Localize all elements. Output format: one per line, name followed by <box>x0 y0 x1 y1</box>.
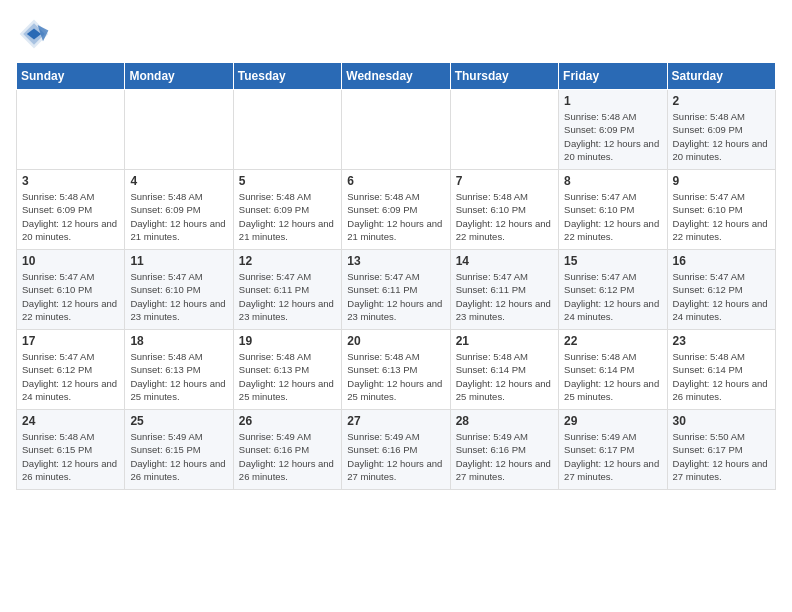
day-info: Sunrise: 5:47 AM Sunset: 6:12 PM Dayligh… <box>673 270 770 323</box>
logo-icon <box>16 16 52 52</box>
calendar-cell: 19Sunrise: 5:48 AM Sunset: 6:13 PM Dayli… <box>233 330 341 410</box>
calendar-cell: 8Sunrise: 5:47 AM Sunset: 6:10 PM Daylig… <box>559 170 667 250</box>
day-number: 15 <box>564 254 661 268</box>
day-number: 16 <box>673 254 770 268</box>
day-info: Sunrise: 5:48 AM Sunset: 6:09 PM Dayligh… <box>673 110 770 163</box>
day-info: Sunrise: 5:47 AM Sunset: 6:10 PM Dayligh… <box>22 270 119 323</box>
calendar-table: SundayMondayTuesdayWednesdayThursdayFrid… <box>16 62 776 490</box>
day-info: Sunrise: 5:47 AM Sunset: 6:11 PM Dayligh… <box>239 270 336 323</box>
day-number: 11 <box>130 254 227 268</box>
calendar-cell: 3Sunrise: 5:48 AM Sunset: 6:09 PM Daylig… <box>17 170 125 250</box>
day-number: 5 <box>239 174 336 188</box>
day-info: Sunrise: 5:47 AM Sunset: 6:10 PM Dayligh… <box>130 270 227 323</box>
calendar-cell: 18Sunrise: 5:48 AM Sunset: 6:13 PM Dayli… <box>125 330 233 410</box>
calendar-cell <box>233 90 341 170</box>
day-number: 18 <box>130 334 227 348</box>
day-info: Sunrise: 5:48 AM Sunset: 6:09 PM Dayligh… <box>564 110 661 163</box>
day-number: 17 <box>22 334 119 348</box>
day-info: Sunrise: 5:47 AM Sunset: 6:11 PM Dayligh… <box>347 270 444 323</box>
col-header-sunday: Sunday <box>17 63 125 90</box>
calendar-cell: 11Sunrise: 5:47 AM Sunset: 6:10 PM Dayli… <box>125 250 233 330</box>
day-number: 28 <box>456 414 553 428</box>
day-info: Sunrise: 5:48 AM Sunset: 6:13 PM Dayligh… <box>130 350 227 403</box>
day-number: 25 <box>130 414 227 428</box>
col-header-saturday: Saturday <box>667 63 775 90</box>
day-info: Sunrise: 5:48 AM Sunset: 6:09 PM Dayligh… <box>22 190 119 243</box>
day-number: 21 <box>456 334 553 348</box>
day-info: Sunrise: 5:49 AM Sunset: 6:16 PM Dayligh… <box>239 430 336 483</box>
day-info: Sunrise: 5:50 AM Sunset: 6:17 PM Dayligh… <box>673 430 770 483</box>
calendar-cell: 16Sunrise: 5:47 AM Sunset: 6:12 PM Dayli… <box>667 250 775 330</box>
day-info: Sunrise: 5:47 AM Sunset: 6:12 PM Dayligh… <box>22 350 119 403</box>
day-number: 22 <box>564 334 661 348</box>
day-info: Sunrise: 5:48 AM Sunset: 6:09 PM Dayligh… <box>130 190 227 243</box>
day-number: 26 <box>239 414 336 428</box>
col-header-friday: Friday <box>559 63 667 90</box>
day-info: Sunrise: 5:48 AM Sunset: 6:10 PM Dayligh… <box>456 190 553 243</box>
calendar-cell: 13Sunrise: 5:47 AM Sunset: 6:11 PM Dayli… <box>342 250 450 330</box>
calendar-cell: 28Sunrise: 5:49 AM Sunset: 6:16 PM Dayli… <box>450 410 558 490</box>
day-number: 4 <box>130 174 227 188</box>
calendar-cell: 4Sunrise: 5:48 AM Sunset: 6:09 PM Daylig… <box>125 170 233 250</box>
calendar-cell: 21Sunrise: 5:48 AM Sunset: 6:14 PM Dayli… <box>450 330 558 410</box>
day-number: 19 <box>239 334 336 348</box>
col-header-wednesday: Wednesday <box>342 63 450 90</box>
day-number: 9 <box>673 174 770 188</box>
calendar-cell: 26Sunrise: 5:49 AM Sunset: 6:16 PM Dayli… <box>233 410 341 490</box>
col-header-thursday: Thursday <box>450 63 558 90</box>
col-header-tuesday: Tuesday <box>233 63 341 90</box>
day-info: Sunrise: 5:49 AM Sunset: 6:15 PM Dayligh… <box>130 430 227 483</box>
calendar-cell <box>125 90 233 170</box>
day-info: Sunrise: 5:49 AM Sunset: 6:16 PM Dayligh… <box>347 430 444 483</box>
day-info: Sunrise: 5:48 AM Sunset: 6:14 PM Dayligh… <box>564 350 661 403</box>
calendar-cell: 20Sunrise: 5:48 AM Sunset: 6:13 PM Dayli… <box>342 330 450 410</box>
calendar-cell: 25Sunrise: 5:49 AM Sunset: 6:15 PM Dayli… <box>125 410 233 490</box>
day-info: Sunrise: 5:48 AM Sunset: 6:09 PM Dayligh… <box>239 190 336 243</box>
calendar-cell <box>17 90 125 170</box>
day-info: Sunrise: 5:48 AM Sunset: 6:14 PM Dayligh… <box>456 350 553 403</box>
calendar-cell: 12Sunrise: 5:47 AM Sunset: 6:11 PM Dayli… <box>233 250 341 330</box>
day-info: Sunrise: 5:48 AM Sunset: 6:13 PM Dayligh… <box>239 350 336 403</box>
header <box>16 16 776 52</box>
day-info: Sunrise: 5:49 AM Sunset: 6:16 PM Dayligh… <box>456 430 553 483</box>
day-info: Sunrise: 5:48 AM Sunset: 6:14 PM Dayligh… <box>673 350 770 403</box>
calendar-cell: 23Sunrise: 5:48 AM Sunset: 6:14 PM Dayli… <box>667 330 775 410</box>
calendar-cell: 7Sunrise: 5:48 AM Sunset: 6:10 PM Daylig… <box>450 170 558 250</box>
day-info: Sunrise: 5:49 AM Sunset: 6:17 PM Dayligh… <box>564 430 661 483</box>
day-info: Sunrise: 5:47 AM Sunset: 6:11 PM Dayligh… <box>456 270 553 323</box>
day-number: 13 <box>347 254 444 268</box>
day-number: 1 <box>564 94 661 108</box>
calendar-cell: 29Sunrise: 5:49 AM Sunset: 6:17 PM Dayli… <box>559 410 667 490</box>
day-number: 12 <box>239 254 336 268</box>
calendar-cell: 5Sunrise: 5:48 AM Sunset: 6:09 PM Daylig… <box>233 170 341 250</box>
calendar-cell: 14Sunrise: 5:47 AM Sunset: 6:11 PM Dayli… <box>450 250 558 330</box>
day-number: 23 <box>673 334 770 348</box>
day-number: 2 <box>673 94 770 108</box>
day-number: 3 <box>22 174 119 188</box>
day-info: Sunrise: 5:48 AM Sunset: 6:13 PM Dayligh… <box>347 350 444 403</box>
day-number: 24 <box>22 414 119 428</box>
calendar-cell: 27Sunrise: 5:49 AM Sunset: 6:16 PM Dayli… <box>342 410 450 490</box>
calendar-cell <box>342 90 450 170</box>
col-header-monday: Monday <box>125 63 233 90</box>
day-info: Sunrise: 5:48 AM Sunset: 6:15 PM Dayligh… <box>22 430 119 483</box>
day-number: 20 <box>347 334 444 348</box>
calendar-cell: 9Sunrise: 5:47 AM Sunset: 6:10 PM Daylig… <box>667 170 775 250</box>
calendar-cell: 6Sunrise: 5:48 AM Sunset: 6:09 PM Daylig… <box>342 170 450 250</box>
calendar-cell: 15Sunrise: 5:47 AM Sunset: 6:12 PM Dayli… <box>559 250 667 330</box>
day-number: 14 <box>456 254 553 268</box>
calendar-cell: 24Sunrise: 5:48 AM Sunset: 6:15 PM Dayli… <box>17 410 125 490</box>
calendar-cell: 10Sunrise: 5:47 AM Sunset: 6:10 PM Dayli… <box>17 250 125 330</box>
logo <box>16 16 58 52</box>
day-number: 29 <box>564 414 661 428</box>
day-number: 6 <box>347 174 444 188</box>
calendar-cell: 2Sunrise: 5:48 AM Sunset: 6:09 PM Daylig… <box>667 90 775 170</box>
day-number: 30 <box>673 414 770 428</box>
calendar-cell: 30Sunrise: 5:50 AM Sunset: 6:17 PM Dayli… <box>667 410 775 490</box>
calendar-cell: 22Sunrise: 5:48 AM Sunset: 6:14 PM Dayli… <box>559 330 667 410</box>
day-info: Sunrise: 5:47 AM Sunset: 6:10 PM Dayligh… <box>564 190 661 243</box>
day-info: Sunrise: 5:48 AM Sunset: 6:09 PM Dayligh… <box>347 190 444 243</box>
day-number: 10 <box>22 254 119 268</box>
day-info: Sunrise: 5:47 AM Sunset: 6:12 PM Dayligh… <box>564 270 661 323</box>
day-number: 27 <box>347 414 444 428</box>
